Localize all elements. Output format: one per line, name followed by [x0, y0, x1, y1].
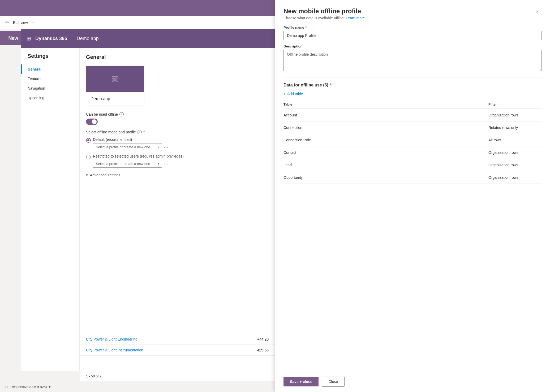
general-title: General — [86, 54, 269, 60]
table-row: Connection Role ⋮ All rows — [283, 134, 542, 146]
modal-header: New mobile offline profile Choose what d… — [275, 0, 550, 20]
advanced-settings-label: Advanced settings — [90, 173, 120, 177]
restricted-radio-option: Restricted to selected users (requires a… — [86, 154, 269, 168]
pencil-icon: ✏ — [5, 20, 9, 25]
table-row-filter: Organization rows — [488, 175, 542, 180]
default-select-placeholder: Select a profile or create a new one — [96, 145, 150, 149]
data-row-instrumentation: City Power & Light Instrumentation 425-5… — [80, 345, 275, 356]
modal-subtitle-text: Choose what data is available offline. — [283, 16, 345, 20]
table-row-name: Lead — [283, 163, 478, 167]
pagination-text: 1 - 50 of 76 — [86, 374, 104, 378]
table-col-table: Table ↑ — [283, 102, 478, 106]
select-mode-label: Select offline mode and profile i * — [86, 130, 269, 134]
sidebar-item-features[interactable]: Features — [21, 74, 79, 84]
description-label: Description — [283, 44, 542, 48]
restricted-radio-button[interactable] — [86, 155, 91, 159]
default-profile-select[interactable]: Select a profile or create a new one ▾ — [93, 143, 162, 151]
mode-info-icon[interactable]: i — [138, 130, 142, 134]
add-table-button[interactable]: + Add table — [283, 92, 303, 96]
profile-name-label: Profile name * — [283, 25, 542, 29]
modal-footer: Save + close Close — [275, 371, 550, 392]
table-row: Connection ⋮ Related rows only — [283, 121, 542, 134]
select-mode-text: Select offline mode and profile — [86, 130, 136, 134]
table-row: Contact ⋮ Organization rows — [283, 146, 542, 159]
grid-icon[interactable]: ⊞ — [27, 35, 31, 42]
sort-arrow-icon[interactable]: ↑ — [294, 103, 296, 106]
close-button[interactable]: Close — [322, 377, 345, 387]
sidebar-item-navigation[interactable]: Navigation — [21, 84, 79, 93]
table-row-name: Account — [283, 113, 478, 117]
table-row-filter: Organization rows — [488, 113, 542, 117]
restricted-select-placeholder: Select a profile or create a new one — [96, 162, 150, 166]
description-input[interactable]: Offline profile description — [283, 50, 542, 71]
restricted-profile-select[interactable]: Select a profile or create a new one ▾ — [93, 160, 162, 168]
modal-subtitle: Choose what data is available offline. L… — [283, 16, 365, 20]
row-more-button[interactable]: ⋮ — [481, 175, 486, 180]
edit-view-label[interactable]: Edit view — [13, 20, 28, 25]
responsive-icon: ⊡ — [5, 385, 8, 389]
row-more-button[interactable]: ⋮ — [481, 150, 486, 155]
chevron-down-icon-advanced: ▾ — [86, 173, 88, 177]
modal-body: Profile name * Description Offline profi… — [275, 20, 550, 371]
offline-label-text: Can be used offline — [86, 112, 118, 116]
default-dropdown-row: Select a profile or create a new one ▾ ·… — [93, 143, 269, 151]
row-more-button[interactable]: ⋮ — [481, 112, 486, 118]
description-label-text: Description — [283, 44, 303, 48]
table-row-filter: Related rows only — [488, 125, 542, 130]
sidebar-item-upcoming[interactable]: Upcoming — [21, 93, 79, 103]
data-section-label: Data for offline use (6) — [283, 83, 328, 88]
default-radio-label: Default (recommended) — [93, 137, 269, 142]
more-options-icon[interactable]: ··· — [32, 20, 35, 25]
row-more-button[interactable]: ⋮ — [481, 162, 486, 168]
restricted-dropdown-row: Select a profile or create a new one ▾ ·… — [93, 160, 269, 168]
modal-panel: New mobile offline profile Choose what d… — [275, 0, 550, 392]
table-row: Lead ⋮ Organization rows — [283, 159, 542, 171]
offline-toggle[interactable] — [86, 119, 98, 125]
responsive-bar: ⊡ Responsive (995 x 825) ▾ — [0, 381, 275, 392]
table-row-name: Connection — [283, 125, 478, 130]
table-header: Table ↑ Filter — [283, 100, 542, 109]
responsive-text: Responsive (995 x 825) — [10, 385, 47, 389]
data-rows-background: City Power & Light Engineering +44 20 Ci… — [80, 334, 275, 371]
restricted-more-button[interactable]: ··· — [164, 162, 169, 166]
restricted-radio-label: Restricted to selected users (requires a… — [93, 154, 269, 158]
table-row-name: Connection Role — [283, 138, 478, 142]
instrumentation-link[interactable]: City Power & Light Instrumentation — [86, 348, 143, 352]
modal-title: New mobile offline profile — [283, 7, 365, 15]
learn-more-link[interactable]: Learn more — [346, 16, 365, 20]
advanced-settings-toggle[interactable]: ▾ Advanced settings — [86, 173, 269, 177]
offline-label: Can be used offline i — [86, 112, 269, 116]
plus-icon: + — [283, 92, 286, 96]
settings-title: Settings — [21, 53, 79, 64]
app-card-name: Demo app — [86, 92, 144, 106]
engineering-link[interactable]: City Power & Light Engineering — [86, 337, 138, 341]
default-radio-button[interactable] — [86, 138, 91, 143]
modal-close-button[interactable]: × — [533, 7, 542, 16]
app-logo-placeholder: 🖼 — [112, 75, 118, 83]
offline-section: Can be used offline i Select offline mod… — [86, 112, 269, 177]
toggle-knob — [92, 119, 97, 124]
profile-name-input[interactable] — [283, 31, 542, 40]
responsive-chevron[interactable]: ▾ — [49, 385, 51, 389]
required-indicator: * — [305, 25, 307, 29]
default-radio-option: Default (recommended) Select a profile o… — [86, 137, 269, 151]
sidebar-item-general[interactable]: General — [21, 64, 79, 74]
row-more-button[interactable]: ⋮ — [481, 125, 486, 130]
dynamics-title: Dynamics 365 — [35, 36, 67, 41]
instrumentation-phone: 425-55 — [257, 348, 269, 352]
table-row: Opportunity ⋮ Organization rows — [283, 171, 542, 184]
table-row-name: Contact — [283, 150, 478, 155]
table-col-filter: Filter — [488, 102, 542, 106]
table-row-filter: Organization rows — [488, 163, 542, 167]
table-col-table-text: Table — [283, 102, 292, 106]
general-content: General 🖼 Demo app Can be used offline i… — [80, 48, 275, 371]
profile-name-field-group: Profile name * — [283, 25, 542, 40]
table-row-name: Opportunity — [283, 175, 478, 180]
default-more-button[interactable]: ··· — [164, 145, 169, 149]
pagination-bar: 1 - 50 of 76 — [80, 371, 275, 381]
data-row-engineering: City Power & Light Engineering +44 20 — [80, 334, 275, 345]
row-more-button[interactable]: ⋮ — [481, 137, 486, 143]
profile-name-label-text: Profile name — [283, 25, 304, 29]
offline-info-icon[interactable]: i — [119, 112, 124, 116]
save-close-button[interactable]: Save + close — [283, 377, 319, 386]
